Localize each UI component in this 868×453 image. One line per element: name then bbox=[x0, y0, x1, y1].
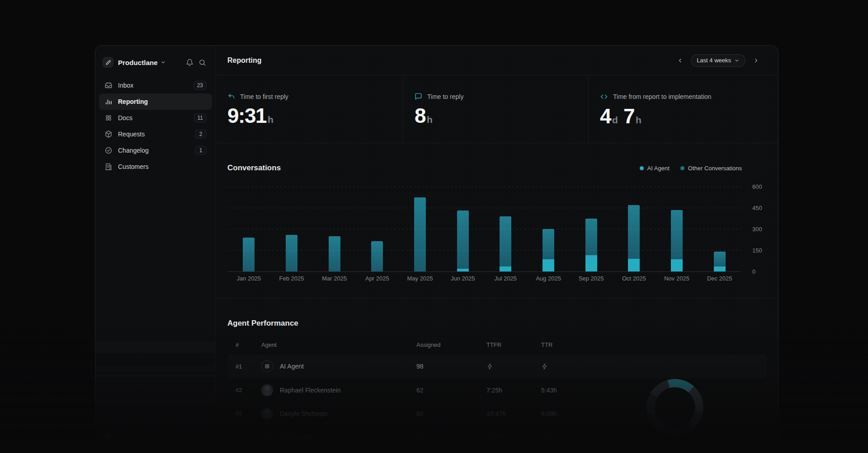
workspace-name[interactable]: Productlane bbox=[118, 59, 158, 66]
sidebar-item-label: Reporting bbox=[118, 98, 207, 105]
x-tick-label: Oct 2025 bbox=[613, 275, 656, 282]
chevron-down-icon bbox=[734, 58, 740, 63]
y-tick-label: 0 bbox=[752, 268, 755, 275]
avatar bbox=[261, 431, 273, 443]
y-tick-label: 600 bbox=[752, 183, 762, 190]
x-tick-label: Jul 2025 bbox=[484, 275, 527, 282]
table-header-row: # Agent Assigned TTFR TTR bbox=[227, 335, 767, 355]
search-icon bbox=[198, 59, 206, 66]
changelog-count-badge: 1 bbox=[195, 146, 207, 155]
stat-label: Time to reply bbox=[427, 93, 463, 100]
x-tick-label: Jun 2025 bbox=[441, 275, 484, 282]
lightning-icon bbox=[541, 363, 767, 370]
stat-value: 8h bbox=[415, 105, 588, 126]
x-tick-label: Nov 2025 bbox=[656, 275, 698, 282]
check-circle-icon bbox=[104, 146, 113, 154]
stat-label: Time to first reply bbox=[240, 93, 288, 100]
sidebar-item-label: Inbox bbox=[118, 82, 188, 89]
x-tick-label: Dec 2025 bbox=[698, 275, 741, 282]
ai-agent-avatar bbox=[261, 360, 273, 372]
chevron-right-icon bbox=[753, 57, 759, 64]
search-button[interactable] bbox=[196, 56, 208, 69]
stat-label: Time from report to implementation bbox=[613, 93, 711, 100]
x-tick-label: May 2025 bbox=[399, 275, 442, 282]
sidebar-item-customers[interactable]: Customers bbox=[99, 159, 212, 175]
x-tick-label: Jan 2025 bbox=[227, 275, 270, 282]
legend-ai-agent: AI Agent bbox=[640, 165, 670, 172]
sidebar-item-label: Customers bbox=[118, 163, 207, 170]
x-tick-label: Apr 2025 bbox=[356, 275, 399, 282]
sidebar-item-requests[interactable]: Requests 2 bbox=[99, 126, 212, 142]
building-icon bbox=[104, 163, 113, 171]
sidebar-nav: Inbox 23 Reporting Docs 11 Requ bbox=[99, 77, 212, 175]
main-header: Reporting Last 4 weeks bbox=[216, 46, 778, 75]
sidebar-item-docs[interactable]: Docs 11 bbox=[99, 110, 212, 126]
chart-x-axis: Jan 2025Feb 2025Mar 2025Apr 2025May 2025… bbox=[227, 275, 741, 282]
conversations-bar-chart bbox=[227, 187, 741, 271]
x-tick-label: Aug 2025 bbox=[527, 275, 570, 282]
legend-dot-icon bbox=[640, 166, 644, 170]
page-title: Reporting bbox=[227, 56, 262, 65]
avatar bbox=[261, 384, 273, 396]
code-brackets-icon bbox=[600, 93, 608, 101]
requests-count-badge: 2 bbox=[195, 130, 207, 139]
stat-value: 9:31h bbox=[227, 105, 403, 126]
reply-arrow-icon bbox=[227, 93, 235, 100]
conversations-title: Conversations bbox=[227, 163, 281, 173]
docs-count-badge: 11 bbox=[194, 113, 207, 122]
stat-value: 4d 7h bbox=[600, 106, 778, 126]
workspace-switcher[interactable] bbox=[103, 57, 113, 68]
donut-chart bbox=[646, 379, 703, 436]
bell-icon bbox=[186, 59, 193, 66]
x-tick-label: Mar 2025 bbox=[313, 275, 356, 282]
sidebar: Productlane Inbox 23 bbox=[95, 46, 216, 453]
date-range-select[interactable]: Last 4 weeks bbox=[691, 54, 745, 67]
sidebar-header: Productlane bbox=[99, 56, 212, 69]
sidebar-skeleton-stripe bbox=[95, 341, 215, 353]
stat-time-to-reply: Time to reply 8h bbox=[403, 75, 588, 143]
stats-row: Time to first reply 9:31h Time to reply … bbox=[216, 75, 778, 143]
sidebar-item-label: Docs bbox=[118, 114, 189, 121]
previous-period-button[interactable] bbox=[675, 55, 686, 66]
productlane-logo-icon bbox=[105, 60, 111, 65]
lightning-icon bbox=[486, 363, 541, 370]
inbox-count-badge: 23 bbox=[193, 81, 207, 90]
conversations-section: Conversations AI Agent Other Conversatio… bbox=[216, 143, 778, 299]
sidebar-item-inbox[interactable]: Inbox 23 bbox=[99, 77, 212, 93]
cube-icon bbox=[104, 130, 113, 138]
atom-icon bbox=[104, 114, 113, 122]
x-tick-label: Feb 2025 bbox=[270, 275, 313, 282]
y-tick-label: 450 bbox=[752, 205, 762, 211]
date-range-label: Last 4 weeks bbox=[697, 57, 731, 64]
next-period-button[interactable] bbox=[750, 55, 762, 66]
chart-y-axis: 0150300450600 bbox=[752, 187, 773, 271]
notifications-button[interactable] bbox=[183, 56, 196, 69]
agent-performance-title: Agent Performance bbox=[227, 319, 298, 328]
table-row[interactable]: #1 AI Agent 98 bbox=[227, 355, 767, 378]
legend-dot-icon bbox=[680, 166, 684, 170]
inbox-icon bbox=[104, 81, 113, 89]
chevron-left-icon bbox=[677, 57, 684, 64]
y-tick-label: 150 bbox=[752, 247, 762, 254]
atom-icon bbox=[264, 363, 270, 369]
sidebar-item-reporting[interactable]: Reporting bbox=[99, 93, 212, 110]
sidebar-item-label: Changelog bbox=[118, 147, 189, 154]
sidebar-item-label: Requests bbox=[118, 131, 189, 138]
avatar bbox=[261, 408, 273, 420]
chevron-down-icon[interactable] bbox=[160, 60, 166, 65]
sidebar-skeleton-stripe bbox=[95, 365, 215, 372]
legend-other-conversations: Other Conversations bbox=[680, 165, 742, 172]
help-button[interactable]: ? bbox=[101, 430, 114, 444]
stat-time-to-first-reply: Time to first reply 9:31h bbox=[216, 75, 403, 143]
agent-performance-section: Agent Performance # Agent Assigned TTFR … bbox=[216, 299, 778, 453]
chart-legend: AI Agent Other Conversations bbox=[640, 165, 742, 172]
sidebar-item-changelog[interactable]: Changelog 1 bbox=[99, 142, 212, 159]
app-window: Productlane Inbox 23 bbox=[95, 45, 778, 453]
x-tick-label: Sep 2025 bbox=[570, 275, 613, 282]
sidebar-skeleton-stripe bbox=[95, 374, 215, 377]
y-tick-label: 300 bbox=[752, 226, 762, 233]
bar-chart-icon bbox=[104, 98, 113, 106]
stat-report-to-implementation: Time from report to implementation 4d 7h bbox=[588, 75, 778, 143]
chat-bubble-icon bbox=[415, 93, 422, 100]
